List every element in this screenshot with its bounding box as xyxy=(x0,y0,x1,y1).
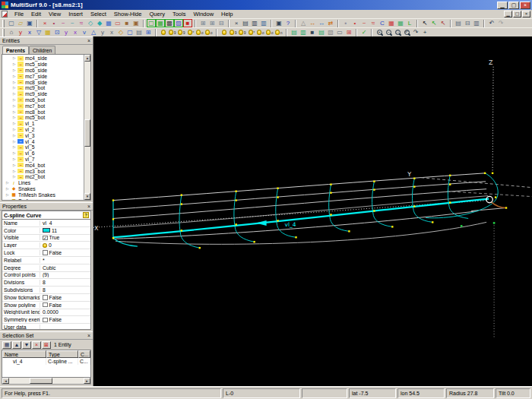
menu-item-file[interactable]: File xyxy=(11,10,27,18)
entities-close-icon[interactable]: × xyxy=(87,37,90,44)
control-point-marker[interactable] xyxy=(295,236,296,238)
view-zoom-sel-icon[interactable]: ◇ xyxy=(116,28,125,36)
tree-item-vl-1[interactable]: ▷~vl_1 xyxy=(2,121,84,127)
list-mode-button[interactable]: ▦ xyxy=(2,341,11,349)
tree-item-vl-3[interactable]: ▷~vl_3 xyxy=(2,132,84,138)
nudge-right-icon[interactable]: ↔ xyxy=(317,19,326,27)
control-point-marker[interactable] xyxy=(493,222,496,224)
remove-divisions-icon[interactable]: ▦ xyxy=(387,19,396,27)
paste-icon[interactable]: ▥ xyxy=(250,19,259,27)
column-header-type[interactable]: Type xyxy=(46,350,78,358)
visibility-recall-icon[interactable]: ▤ xyxy=(317,28,326,36)
save-file-icon[interactable]: ▣ xyxy=(25,19,34,27)
hide-others-icon[interactable]: n xyxy=(274,28,283,36)
scroll-down-icon[interactable]: ▼ xyxy=(84,193,90,200)
visibility-paste-icon[interactable]: ▥ xyxy=(299,28,308,36)
move-down-button[interactable]: ▼ xyxy=(22,341,31,349)
checkbox-checked-icon[interactable]: ✓ xyxy=(43,236,48,241)
hide-group-icon[interactable]: * xyxy=(247,28,256,36)
control-point-marker[interactable] xyxy=(112,237,114,239)
control-point-marker[interactable] xyxy=(235,199,236,201)
restore-button[interactable]: ▢ xyxy=(508,2,519,9)
view-neg-y-icon[interactable]: y xyxy=(16,28,25,36)
pan-view-icon[interactable]: + xyxy=(420,28,429,36)
zoom-previous-icon[interactable]: ↶ xyxy=(402,28,411,36)
toolbar-grip[interactable] xyxy=(2,20,5,27)
3d-viewport[interactable]: XYZvl_4 xyxy=(93,36,532,386)
tree-item-mc2-bot[interactable]: ▷~mc2_bot xyxy=(2,174,84,180)
tile-vertical-icon[interactable]: ▥ xyxy=(472,19,481,27)
control-point-marker[interactable] xyxy=(181,203,182,204)
child-minimize-button[interactable]: ▁ xyxy=(504,11,512,17)
menu-item-help[interactable]: Help xyxy=(217,10,236,18)
duplicate-icon[interactable]: ▣ xyxy=(274,19,283,27)
view-profile-icon[interactable]: ⊡ xyxy=(52,28,62,36)
view-persp-icon[interactable]: v xyxy=(80,28,89,36)
help-icon[interactable]: ? xyxy=(83,212,89,218)
property-value[interactable]: 0 xyxy=(40,242,90,248)
paste-special-icon[interactable]: ▥ xyxy=(259,19,268,27)
property-value[interactable]: False xyxy=(40,250,90,255)
tree-item-mc9-side[interactable]: ▷~mc9_side xyxy=(2,91,84,97)
fair-curve-icon[interactable]: ≈ xyxy=(369,19,378,27)
control-point-marker[interactable] xyxy=(330,184,331,185)
view-body-y-icon[interactable]: y xyxy=(62,28,71,36)
hide-layer-icon[interactable]: 9 xyxy=(229,28,238,36)
tree-item-mc4-side[interactable]: ▷~mc4_side xyxy=(2,55,84,62)
move-up-button[interactable]: ▲ xyxy=(12,341,21,349)
insert-solid-2-icon[interactable]: ▣ xyxy=(131,19,141,27)
checkbox-unchecked-icon[interactable] xyxy=(43,250,48,255)
control-point-marker[interactable] xyxy=(330,214,331,215)
rendered-display-icon[interactable]: ▨ xyxy=(174,19,183,27)
new-file-icon[interactable]: ▢ xyxy=(7,19,16,27)
refresh-display-icon[interactable]: ⊞ xyxy=(344,28,353,36)
menu-item-view[interactable]: View xyxy=(45,10,65,18)
control-point-marker[interactable] xyxy=(492,173,493,174)
tree-item-vl-2[interactable]: ▷~vl_2 xyxy=(2,127,84,133)
zoom-in-icon[interactable]: + xyxy=(375,28,384,36)
view-last-icon[interactable]: ▤ xyxy=(135,28,144,36)
tree-item-trimesh-snakes[interactable]: ▷▦TriMesh Snakes xyxy=(2,192,84,198)
tree-item-mc6-bot[interactable]: ▷~mc6_bot xyxy=(2,97,84,103)
tree-item-mc5-side[interactable]: ▷~mc5_side xyxy=(2,62,84,68)
control-point-marker[interactable] xyxy=(391,226,393,227)
reorder-icon[interactable]: ⇄ xyxy=(326,19,335,27)
control-point-marker[interactable] xyxy=(449,201,451,203)
color-divisions-icon[interactable]: ▦ xyxy=(396,19,405,27)
select-add-icon[interactable]: ↖ xyxy=(429,19,439,27)
property-value[interactable]: 8 xyxy=(40,287,90,293)
scroll-up-icon[interactable]: ▲ xyxy=(84,55,90,62)
property-value[interactable]: 8 xyxy=(40,280,90,285)
insert-point-icon[interactable]: • xyxy=(49,19,59,27)
scroll-left-icon[interactable]: ◄ xyxy=(2,378,9,384)
menu-item-show-hide[interactable]: Show-Hide xyxy=(110,10,146,18)
context-help-icon[interactable]: ? xyxy=(283,19,293,27)
property-value[interactable]: (9) xyxy=(40,272,90,277)
control-point-marker[interactable] xyxy=(181,194,182,195)
property-value[interactable]: * xyxy=(40,258,90,263)
nudge-left-icon[interactable]: ↔ xyxy=(308,19,317,27)
control-point-marker[interactable] xyxy=(413,186,415,188)
view-x2-icon[interactable]: x xyxy=(107,28,116,36)
show-type-icon[interactable]: 9 xyxy=(177,28,186,36)
tree-item-mc4-bot[interactable]: ▷~mc4_bot xyxy=(2,162,84,168)
cascade-windows-icon[interactable]: ▤ xyxy=(454,19,463,27)
undo-icon[interactable]: ↶ xyxy=(487,19,496,27)
selection-row[interactable]: vl_4C-spline ...C... xyxy=(2,358,90,365)
control-point-marker[interactable] xyxy=(277,196,278,198)
tree-item-vl-5[interactable]: ▷~vl_5 xyxy=(2,144,84,150)
column-header-name[interactable]: Name xyxy=(2,350,46,358)
control-point-marker[interactable] xyxy=(413,205,415,207)
view-saved-icon[interactable]: ⊞ xyxy=(144,28,153,36)
insert-plane-icon[interactable]: ▭ xyxy=(113,19,122,27)
insert-surface-2-icon[interactable]: ◆ xyxy=(95,19,104,27)
minimize-button[interactable]: ▁ xyxy=(497,2,508,9)
tree-item-mc5-bot[interactable]: ▷~mc5_bot xyxy=(2,115,84,121)
property-value[interactable]: 11 xyxy=(40,228,90,233)
name-flags-icon[interactable]: ▭ xyxy=(335,28,344,36)
selection-close-icon[interactable]: × xyxy=(87,332,90,339)
frame-tool-icon[interactable]: L xyxy=(405,19,414,27)
checkbox-unchecked-icon[interactable] xyxy=(43,318,48,323)
insert-surface-icon[interactable]: ◇ xyxy=(86,19,95,27)
control-point-marker[interactable] xyxy=(348,230,350,232)
